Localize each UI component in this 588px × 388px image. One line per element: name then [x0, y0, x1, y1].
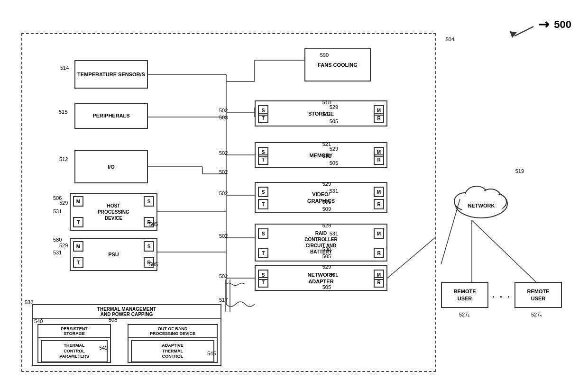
label-531-raid: 531 [330, 231, 338, 236]
svg-line-32 [472, 220, 536, 282]
label-508: 508 [109, 317, 117, 323]
netadapter-t: T [258, 277, 268, 288]
label-505-net: 505 [322, 284, 331, 290]
label-529-psu: 529 [59, 243, 68, 248]
label-529-vid: 529 [322, 181, 331, 187]
label-504: 504 [446, 36, 454, 42]
remote-user-n-box: REMOTEUSER [514, 282, 562, 308]
out-of-band-title: OUT OF BANDPROCESSING DEVICE [129, 325, 217, 338]
label-514: 514 [60, 65, 69, 71]
label-530: 530 [322, 246, 331, 252]
raid-r: R [374, 248, 384, 258]
thermal-mgmt-box: THERMAL MANAGEMENTAND POWER CAPPING PERS… [32, 304, 221, 366]
svg-marker-37 [510, 31, 517, 38]
label-529-host: 529 [59, 200, 68, 206]
memory-t: T [258, 154, 268, 165]
label-515: 515 [59, 109, 67, 115]
psu-s-box: S [144, 241, 154, 252]
label-502-storage: 502 [219, 108, 228, 113]
peripherals-box: PERIPHERALS [74, 103, 148, 129]
storage-t: T [258, 113, 268, 123]
svg-line-36 [514, 27, 533, 36]
thermal-control-params-box: THERMALCONTROLPARAMETERS [41, 340, 108, 362]
label-502-memory: 502 [219, 150, 228, 156]
fans-cooling-box: FANS COOLING [304, 48, 371, 81]
netadapter-r: R [374, 277, 384, 288]
label-517: 517 [219, 297, 228, 303]
psu-t-box: T [73, 257, 83, 268]
label-512: 512 [59, 156, 68, 162]
out-of-band-box: OUT OF BANDPROCESSING DEVICE ADAPTIVETHE… [128, 324, 218, 363]
label-503: 503 [219, 115, 228, 120]
label-505-psu: 505 [149, 262, 158, 267]
figure-number: 500 [554, 18, 571, 31]
remote-user-1-box: REMOTEUSER [441, 282, 488, 308]
label-527-1: 527₁ [459, 312, 469, 318]
diagram-container: ↗ 500 504 [14, 14, 574, 374]
label-529-stor: 529 [330, 104, 338, 110]
video-m: M [374, 187, 384, 197]
label-590: 590 [320, 52, 329, 58]
fig500-arrow-svg [507, 23, 545, 39]
label-502-video: 502 [219, 190, 228, 196]
io-box: I/O [74, 150, 148, 183]
storage-outer: S M T R STORAGE [255, 100, 387, 126]
label-545: 545 [207, 351, 216, 356]
label-529-mem: 529 [330, 146, 338, 152]
host-m-box: M [73, 196, 83, 207]
label-540: 540 [34, 318, 43, 324]
raid-outer: S M T R RAIDCONTROLLERCIRCUIT ANDBATTERY [255, 224, 387, 262]
label-580: 580 [53, 237, 62, 243]
label-531-host: 531 [53, 208, 62, 214]
label-502-raid: 502 [219, 233, 228, 239]
storage-r: R [374, 113, 384, 123]
label-502-io: 502 [219, 169, 228, 175]
network-cloud-area: NETWORK 519 [450, 175, 512, 225]
psu-label: PSU [108, 252, 119, 257]
label-509: 509 [322, 206, 331, 212]
system-boundary: 504 [21, 33, 436, 372]
video-s: S [258, 187, 268, 197]
label-505-vid: 505 [322, 199, 331, 205]
host-processing-outer: M S T R HOSTPROCESSINGDEVICE [70, 193, 157, 231]
video-outer: S M T R VIDEO/GRAPHICS [255, 182, 387, 213]
label-529-net: 529 [322, 264, 331, 270]
host-processing-label: HOSTPROCESSINGDEVICE [98, 203, 129, 221]
fig500-label [507, 23, 545, 41]
label-531-psu: 531 [53, 250, 62, 255]
dots-between-users: . . . [492, 290, 511, 300]
temperature-sensor-box: TEMPERATURE SENSOR/S [74, 60, 148, 89]
label-529-raid: 529 [322, 223, 331, 228]
label-505-mem: 505 [330, 160, 338, 166]
label-505-raid: 505 [322, 253, 331, 259]
persistent-storage-box: PERSISTENTSTORAGE THERMALCONTROLPARAMETE… [37, 324, 111, 363]
label-542: 542 [99, 345, 108, 351]
label-505-host: 505 [149, 221, 158, 227]
label-502-net: 502 [219, 273, 228, 279]
memory-outer: S M T R MEMORY [255, 142, 387, 168]
label-531-net: 531 [330, 272, 338, 278]
label-527-n: 527ₙ [531, 312, 542, 318]
psu-outer: M S T R PSU [70, 238, 157, 271]
label-531-stor: 531 [322, 111, 331, 117]
label-531-vid: 531 [330, 188, 338, 194]
network-adapter-outer: S M T R NETWORKADAPTER [255, 265, 387, 291]
svg-line-18 [387, 238, 435, 278]
raid-s: S [258, 228, 268, 239]
memory-r: R [374, 154, 384, 165]
raid-t: T [258, 248, 268, 258]
host-s-box: S [144, 196, 154, 207]
host-t-box: T [73, 217, 83, 227]
psu-m-box: M [73, 241, 83, 252]
label-532: 532 [25, 299, 33, 305]
raid-m: M [374, 228, 384, 239]
network-cloud-svg: NETWORK [450, 175, 512, 223]
adaptive-thermal-box: ADAPTIVETHERMALCONTROL [131, 340, 214, 362]
label-505-stor: 505 [330, 118, 338, 124]
video-r: R [374, 199, 384, 209]
video-t: T [258, 199, 268, 209]
label-519: 519 [515, 168, 524, 174]
persistent-storage-title: PERSISTENTSTORAGE [38, 325, 110, 338]
thermal-mgmt-title: THERMAL MANAGEMENTAND POWER CAPPING [33, 305, 220, 319]
svg-text:NETWORK: NETWORK [468, 203, 495, 208]
